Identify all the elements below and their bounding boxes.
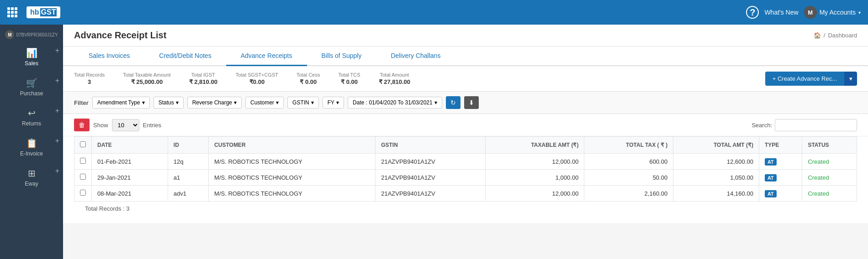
row-checkbox-0[interactable] [80,158,86,164]
table-row[interactable]: 08-Mar-2021 adv1 M/S. ROBOTICS TECHNOLOG… [74,186,857,202]
tab-delivery-challans[interactable]: Delivery Challans [376,47,455,66]
tab-bills-of-supply[interactable]: Bills of Supply [307,47,376,66]
sales-icon: 📊 [26,47,37,58]
row-checkbox-2[interactable] [80,190,86,196]
filter-label: Filter [74,99,89,106]
customer-filter[interactable]: Customer ▾ [245,97,284,109]
col-gstin: GSTIN [376,137,486,154]
total-cess-value: ₹ 0.00 [296,78,320,85]
row-checkbox-cell [74,186,92,202]
cell-total-amt-0: 12,600.00 [673,154,759,170]
total-igst-label: Total IGST [189,72,217,78]
cell-id-1: a1 [168,170,208,186]
sidebar-add-eway[interactable]: + [55,167,59,175]
sidebar-item-label-returns: Returns [22,120,41,127]
sidebar-item-returns[interactable]: ↩ Returns + [0,103,63,131]
delete-button[interactable]: 🗑 [74,119,90,131]
sidebar-add-purchase[interactable]: + [55,77,59,85]
cell-type-2: AT [759,186,802,202]
amendment-type-filter[interactable]: Amendment Type ▾ [92,97,150,109]
my-accounts-menu[interactable]: M My Accounts ▾ [804,6,861,19]
total-cess-label: Total Cess [296,72,320,78]
reverse-charge-filter[interactable]: Reverse Charge ▾ [187,97,242,109]
date-range-label: Date : 01/04/2020 To 31/03/2021 [353,99,433,106]
tab-credit-debit-notes[interactable]: Credit/Debit Notes [144,47,226,66]
col-total-tax: TOTAL TAX ( ₹ ) [584,137,673,154]
fy-filter[interactable]: FY ▾ [323,97,344,109]
customer-label: Customer [250,99,274,106]
cell-date-1: 29-Jan-2021 [92,170,168,186]
help-icon[interactable]: ? [746,6,759,19]
account-name: My Accounts [820,9,856,16]
col-date: DATE [92,137,168,154]
select-all-checkbox[interactable] [80,141,86,147]
gstin-filter[interactable]: GSTIN ▾ [287,97,319,109]
cell-type-0: AT [759,154,802,170]
home-icon[interactable]: 🏠 [814,32,821,39]
row-checkbox-1[interactable] [80,174,86,180]
sidebar-item-purchase[interactable]: 🛒 Purchase + [0,73,63,101]
breadcrumb-separator: / [824,32,826,39]
download-button[interactable]: ⬇ [464,96,479,109]
sidebar-add-einvoice[interactable]: + [55,137,59,145]
table-row[interactable]: 29-Jan-2021 a1 M/S. ROBOTICS TECHNOLOGY … [74,170,857,186]
summary-total-sgst: Total SGST+CGST ₹0.00 [236,72,278,85]
customer-chevron-icon: ▾ [276,99,279,106]
show-label: Show [93,122,108,129]
cell-id-2: adv1 [168,186,208,202]
sidebar-item-einvoice[interactable]: 📋 E-Invoice + [0,133,63,161]
tab-sales-invoices[interactable]: Sales Invoices [74,47,144,66]
sidebar-add-returns[interactable]: + [55,107,59,115]
table-row[interactable]: 01-Feb-2021 12q M/S. ROBOTICS TECHNOLOGY… [74,154,857,170]
breadcrumb-dashboard[interactable]: Dashboard [828,32,857,39]
sidebar-item-label-purchase: Purchase [20,90,43,97]
sidebar: M 07BVRPR3650J1ZY 📊 Sales + 🛒 Purchase +… [0,25,63,259]
date-chevron-icon: ▾ [434,99,437,106]
einvoice-icon: 📋 [26,138,37,149]
total-igst-value: ₹ 2,810.00 [189,78,217,85]
cell-status-2: Created [802,186,857,202]
sidebar-item-label-sales: Sales [25,60,38,67]
table-controls: 🗑 Show 10 25 50 100 Entries Search: [63,114,868,136]
date-range-filter[interactable]: Date : 01/04/2020 To 31/03/2021 ▾ [348,97,442,109]
type-badge-1: AT [765,174,777,181]
total-taxable-value: ₹ 25,000.00 [123,78,170,85]
total-tcs-label: Total TCS [338,72,360,78]
create-advance-receipt-dropdown[interactable]: ▾ [844,72,857,86]
amendment-chevron-icon: ▾ [142,99,145,106]
cell-date-0: 01-Feb-2021 [92,154,168,170]
col-id: ID [168,137,208,154]
status-chevron-icon: ▾ [176,99,179,106]
sidebar-item-sales[interactable]: 📊 Sales + [0,43,63,71]
sidebar-add-sales[interactable]: + [55,47,59,55]
returns-icon: ↩ [28,108,36,119]
page-title: Advance Receipt List [74,30,166,41]
cell-taxable-amt-1: 1,000.00 [486,170,584,186]
tab-advance-receipts[interactable]: Advance Receipts [226,47,307,66]
sidebar-item-label-einvoice: E-Invoice [20,150,43,157]
cell-taxable-amt-2: 12,000.00 [486,186,584,202]
cell-customer-0: M/S. ROBOTICS TECHNOLOGY [209,154,376,170]
grid-menu-icon[interactable] [7,7,17,17]
eway-icon: ⊞ [28,168,36,179]
breadcrumb: 🏠 / Dashboard [814,32,857,39]
entries-select[interactable]: 10 25 50 100 [112,119,139,131]
fy-chevron-icon: ▾ [336,99,339,106]
whats-new-link[interactable]: What's New [764,9,798,16]
status-filter[interactable]: Status ▾ [153,97,184,109]
search-input[interactable] [775,119,857,131]
cell-total-amt-1: 1,050.00 [673,170,759,186]
total-amount-label: Total Amount [379,72,410,78]
gstin-chevron-icon: ▾ [311,99,314,106]
sidebar-item-eway[interactable]: ⊞ Eway + [0,163,63,192]
app-logo[interactable]: hb GST [26,6,60,18]
refresh-button[interactable]: ↻ [446,96,460,109]
search-container: Search: [752,119,857,131]
table-wrapper: DATE ID CUSTOMER GSTIN TAXABLE AMT (₹) T… [63,136,868,223]
summary-total-tcs: Total TCS ₹ 0.00 [338,72,360,85]
total-sgst-label: Total SGST+CGST [236,72,278,78]
create-advance-receipt-button[interactable]: + Create Advance Rec... [765,72,844,86]
total-records-label: Total Records [74,72,105,78]
total-records-footer: Total Records : 3 [74,202,857,216]
cell-customer-1: M/S. ROBOTICS TECHNOLOGY [209,170,376,186]
